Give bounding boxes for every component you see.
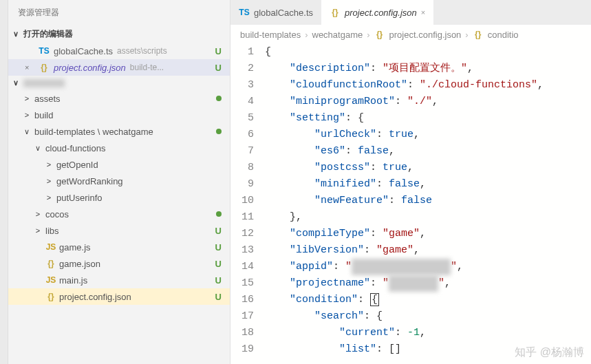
tree-label: libs <box>45 226 59 236</box>
tree-label: putUserinfo <box>56 193 102 203</box>
tree-item-main-js[interactable]: JSmain.jsU <box>8 272 230 288</box>
close-icon[interactable]: × <box>421 8 425 17</box>
line-gutter: 12345678910111213141516171819 <box>230 44 265 364</box>
chevron-right-icon: › <box>367 30 369 40</box>
chevron-right-icon: › <box>465 30 468 40</box>
chevron-icon: > <box>22 111 32 119</box>
explorer-title: 资源管理器 <box>8 0 230 25</box>
json-icon: {} <box>330 8 341 17</box>
file-dir: build-te... <box>130 63 164 72</box>
breadcrumb-part[interactable]: wechatgame <box>312 30 363 40</box>
ts-icon: TS <box>39 46 50 56</box>
chevron-icon: > <box>33 226 43 235</box>
tab-bar: TS globalCache.ts {} project.config.json… <box>230 0 591 25</box>
tab-globalcache[interactable]: TS globalCache.ts <box>230 0 321 25</box>
close-icon[interactable]: × <box>25 63 34 72</box>
git-status: U <box>215 242 222 253</box>
tree-label: main.js <box>59 275 87 286</box>
chevron-right-icon: › <box>305 30 308 40</box>
file-dir: assets\scripts <box>117 46 167 56</box>
json-icon: {} <box>39 63 50 72</box>
tree-item-assets[interactable]: >assets <box>8 90 230 107</box>
git-status: U <box>215 275 222 286</box>
breadcrumb-part[interactable]: build-templates <box>240 30 301 40</box>
tree-item-game-json[interactable]: {}game.jsonU <box>8 255 230 272</box>
editor-area: TS globalCache.ts {} project.config.json… <box>230 0 591 364</box>
json-icon: {} <box>473 30 484 39</box>
tree-item-build-templates-wechatgame[interactable]: ∨build-templates \ wechatgame <box>8 123 230 140</box>
tab-project-config[interactable]: {} project.config.json × <box>321 0 433 25</box>
git-status: U <box>215 226 222 236</box>
tree-item-cloud-functions[interactable]: ∨cloud-functions <box>8 140 230 156</box>
breadcrumb-part[interactable]: conditio <box>488 30 519 40</box>
file-name: project.config.json <box>54 63 126 73</box>
code-content[interactable]: { "description": "项目配置文件。", "cloudfuncti… <box>265 44 591 364</box>
file-icon: JS <box>45 275 56 285</box>
tree-item-project-config-json[interactable]: {}project.config.jsonU <box>8 288 230 305</box>
open-editors-label: 打开的编辑器 <box>23 28 73 40</box>
tree-label: getWordRanking <box>56 176 123 186</box>
tree-item-libs[interactable]: >libsU <box>8 222 230 239</box>
tab-label: globalCache.ts <box>254 8 313 18</box>
folder-header[interactable]: ∨ xxxx <box>8 76 230 90</box>
file-icon: {} <box>45 292 56 301</box>
breadcrumb-part[interactable]: project.config.json <box>389 30 462 40</box>
chevron-down-icon: ∨ <box>11 78 21 87</box>
git-modified-dot <box>216 96 222 101</box>
git-modified-dot <box>216 211 222 217</box>
tree-label: build-templates \ wechatgame <box>34 127 153 137</box>
open-editor-globalcache[interactable]: TS globalCache.ts assets\scripts U <box>8 43 230 59</box>
chevron-icon: ∨ <box>33 144 43 153</box>
tree-item-getopenid[interactable]: >getOpenId <box>8 156 230 173</box>
tree-item-putuserinfo[interactable]: >putUserinfo <box>8 189 230 206</box>
tree-label: getOpenId <box>56 160 98 170</box>
sidebar: 资源管理器 ∨ 打开的编辑器 TS globalCache.ts assets\… <box>8 0 230 364</box>
chevron-icon: ∨ <box>22 127 32 136</box>
tree-item-getwordranking[interactable]: >getWordRanking <box>8 173 230 189</box>
file-tree: >assets>build∨build-templates \ wechatga… <box>8 90 230 305</box>
tree-label: assets <box>34 94 61 104</box>
activity-bar <box>0 0 8 364</box>
chevron-icon: > <box>22 94 32 103</box>
breadcrumb[interactable]: build-templates › wechatgame › {} projec… <box>230 25 591 44</box>
git-status: U <box>215 46 222 56</box>
tree-label: cloud-functions <box>45 143 105 153</box>
tree-item-build[interactable]: >build <box>8 107 230 123</box>
tree-label: game.js <box>59 242 91 253</box>
open-editors-header[interactable]: ∨ 打开的编辑器 <box>8 25 230 43</box>
tree-label: cocos <box>45 209 69 220</box>
json-icon: {} <box>374 30 385 39</box>
chevron-icon: > <box>33 210 43 218</box>
watermark: 知乎 @杨瀚博 <box>515 345 584 360</box>
git-modified-dot <box>216 129 222 134</box>
folder-name-redacted: xxxx <box>23 79 65 87</box>
tree-label: project.config.json <box>59 292 131 302</box>
file-icon: JS <box>45 242 56 252</box>
tab-label: project.config.json <box>345 8 417 18</box>
open-editor-project-config[interactable]: × {} project.config.json build-te... U <box>8 59 230 76</box>
file-name: globalCache.ts <box>54 46 113 56</box>
chevron-icon: > <box>44 160 54 169</box>
code-editor[interactable]: 12345678910111213141516171819 { "descrip… <box>230 44 591 364</box>
git-status: U <box>215 63 222 73</box>
tree-item-game-js[interactable]: JSgame.jsU <box>8 239 230 255</box>
git-status: U <box>215 259 222 269</box>
tree-item-cocos[interactable]: >cocos <box>8 206 230 222</box>
git-status: U <box>215 292 222 302</box>
file-icon: {} <box>45 259 56 268</box>
chevron-down-icon: ∨ <box>11 30 21 39</box>
tree-label: game.json <box>59 259 100 269</box>
tree-label: build <box>34 110 53 120</box>
ts-icon: TS <box>239 8 250 17</box>
chevron-icon: > <box>44 193 54 202</box>
chevron-icon: > <box>44 177 54 185</box>
